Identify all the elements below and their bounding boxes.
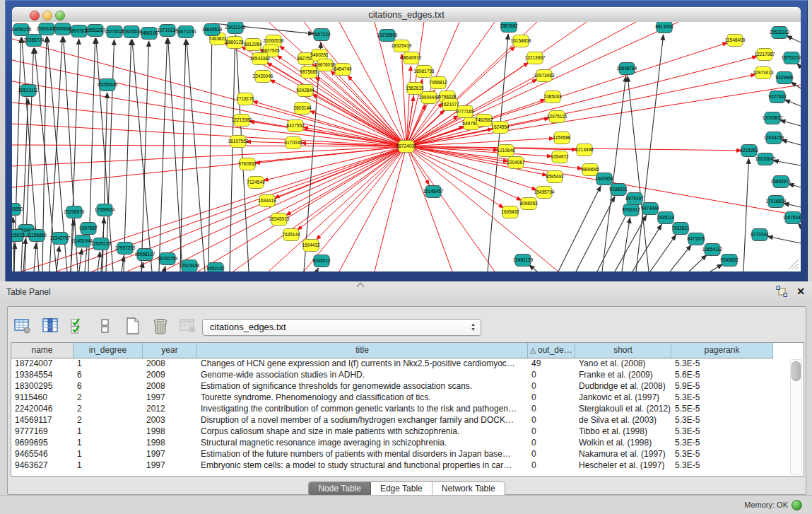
column-header-out_de[interactable]: △out_de… [528,343,575,358]
graph-node[interactable]: 1694432 [302,240,320,252]
graph-node[interactable]: 15148457 [423,186,444,198]
graph-node[interactable]: 16958107 [135,249,155,261]
graph-node[interactable]: 20923514 [122,26,142,38]
graph-node[interactable]: 2213498 [575,144,594,156]
graph-node[interactable]: 10654112 [702,244,723,256]
graph-node[interactable]: 19218506 [377,30,398,42]
column-header-title[interactable]: title [197,343,528,358]
graph-node[interactable]: 3170046 [284,137,302,149]
float-panel-icon[interactable] [776,286,788,297]
graph-node[interactable]: 10973413 [753,67,774,79]
graph-node[interactable]: 16210643 [755,153,776,165]
graph-node[interactable]: 18640910 [401,52,422,64]
graph-node[interactable]: 8813054 [655,22,673,33]
graph-node[interactable]: 12217987 [755,49,775,61]
graph-node[interactable]: 8471676 [687,233,705,245]
graph-node[interactable]: 12093832 [763,112,783,124]
table-row[interactable]: 1830029562008Estimation of significance … [11,380,804,392]
graph-node[interactable]: 10653287 [86,25,106,37]
graph-node[interactable]: 15692971 [771,176,792,188]
graph-node[interactable]: 11675342 [783,212,801,224]
graph-node[interactable]: 9227343 [768,91,787,103]
graph-node[interactable]: 9245012 [312,255,331,267]
graph-node[interactable]: 17016534 [766,196,787,208]
graph-node[interactable]: 20055346 [98,79,118,91]
graph-node[interactable]: 12444158 [764,132,784,144]
close-panel-icon[interactable]: ✕ [796,286,805,297]
column-header-year[interactable]: year [143,343,197,358]
graph-node[interactable]: 9329966 [775,72,794,84]
network-graph[interactable]: 1872400774638228860128891295422260538982… [12,22,801,271]
graph-node[interactable]: 16543382 [250,53,271,65]
graph-node[interactable]: 1624554 [491,122,510,134]
graph-node[interactable]: 22420046 [253,71,273,83]
graph-node[interactable]: 7124549 [247,177,265,189]
graph-node[interactable]: 7485063 [543,91,562,103]
graph-node[interactable]: 6770344 [751,229,769,241]
table-row[interactable]: 1938455462009Genome-wide association stu… [11,369,804,380]
scrollbar-thumb[interactable] [792,361,801,381]
graph-node[interactable]: 12975115 [547,111,567,123]
select-columns-icon[interactable] [41,317,59,335]
table-row[interactable]: 1872400712008Changes of HCN gene express… [11,358,804,369]
graph-node[interactable]: 15495794 [534,187,555,199]
graph-node[interactable]: 12481129 [513,255,534,267]
graph-node[interactable]: 11548408 [725,35,746,47]
graph-node[interactable]: 2204067 [507,157,525,169]
graph-node[interactable]: 20513111 [18,85,38,97]
table-row[interactable]: 946362711997Embryonic stem cells: a mode… [11,460,804,471]
vertical-scrollbar[interactable] [790,359,802,474]
graph-node[interactable]: 2887682 [500,22,518,33]
graph-node[interactable]: 5938921 [609,184,628,196]
graph-node[interactable]: 1210646 [497,145,515,157]
table-row[interactable]: 1456911722003Disruption of a novel membe… [11,414,804,426]
graph-node[interactable]: 8912954 [244,39,262,51]
table-row[interactable]: 911546021997Tourette syndrome. Phenomeno… [11,392,804,403]
graph-node[interactable]: 1640954 [595,173,613,185]
select-rows-check-icon[interactable] [69,317,87,335]
graph-node[interactable]: 9397587 [79,223,98,235]
graph-node[interactable]: 12923448 [180,260,200,272]
graph-node[interactable]: 10973483 [534,70,555,82]
graph-node[interactable]: 12342757 [50,233,71,245]
graph-node[interactable]: 8791917 [622,204,640,216]
graph-node[interactable]: 9474444 [641,203,659,215]
create-table-icon[interactable] [124,317,142,335]
graph-node[interactable]: 8427552 [286,120,305,132]
graph-node[interactable]: 20206576 [64,206,85,218]
graph-node[interactable]: 17359924 [95,204,115,216]
graph-node[interactable]: 12213967 [525,52,546,64]
graph-node[interactable]: 8595492 [546,171,564,183]
graph-node[interactable]: 8215953 [740,145,758,157]
graph-node[interactable]: 9875685 [300,66,318,78]
graph-node[interactable]: 18849518 [202,24,223,36]
tab-node-table[interactable]: Node Table [309,482,371,496]
graph-node[interactable]: 18724007 [396,141,417,153]
graph-node[interactable]: 1562615 [406,83,424,95]
graph-node[interactable]: 23431345 [225,22,246,34]
graph-node[interactable]: 7932621 [671,223,690,235]
graph-node[interactable]: 9899695 [581,164,599,176]
graph-node[interactable]: 1634419 [258,195,276,207]
window-resize-grip-icon[interactable] [787,259,799,270]
graph-node[interactable]: 16154808 [511,35,531,47]
graph-node[interactable]: 1605492 [501,206,519,218]
table-row[interactable]: 946554611997Estimation of the future num… [11,448,804,460]
table-row[interactable]: 2242004622012Investigating the contribut… [11,403,804,414]
graph-node[interactable]: 7462662 [475,115,493,127]
graph-node[interactable]: 16648784 [617,63,637,75]
graph-node[interactable]: 7635144 [282,229,300,241]
graph-node[interactable]: 11451944 [73,235,93,247]
graph-node[interactable]: 6979197 [625,193,644,205]
graph-node[interactable]: 18325419 [392,40,412,52]
column-header-name[interactable]: name [11,343,73,358]
graph-node[interactable]: 12505135 [91,238,112,250]
graph-node[interactable]: 2935114 [657,212,675,224]
window-titlebar[interactable]: citations_edges.txt [12,7,801,23]
graph-node[interactable]: 16107552 [228,136,249,148]
table-row[interactable]: 969969511998Structural magnetic resonanc… [11,437,804,448]
graph-node[interactable]: 17957253 [115,243,136,255]
graph-node[interactable]: 1054972 [551,151,569,163]
tab-network-table[interactable]: Network Table [433,482,505,496]
graph-node[interactable]: 8860128 [225,37,244,49]
